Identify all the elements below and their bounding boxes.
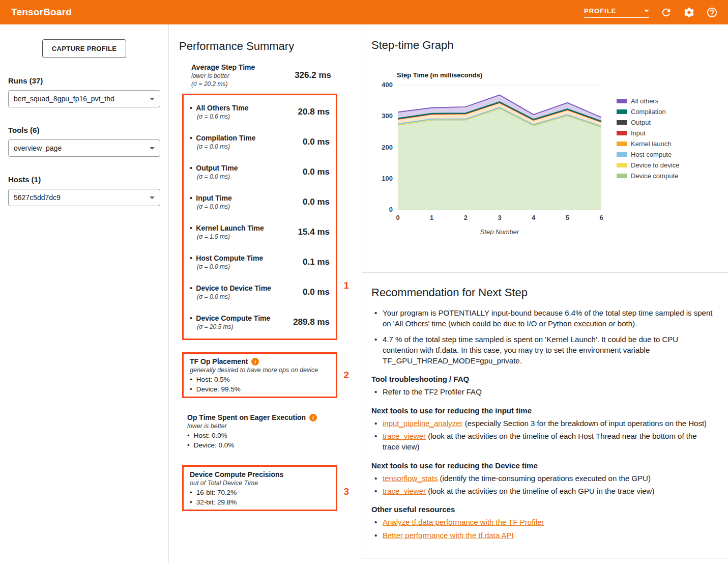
metric-sigma: (σ = 0.0 ms) <box>197 203 299 210</box>
metric-sigma: (σ = 20.2 ms) <box>191 80 295 88</box>
tools-select-value: overview_page <box>14 144 62 152</box>
svg-text:1: 1 <box>430 214 433 221</box>
metric-value: 0.0 ms <box>303 197 330 207</box>
stat-item: 32-bit: 29.8% <box>190 498 330 506</box>
chevron-down-icon <box>150 196 155 199</box>
dashboard-select[interactable]: PROFILE <box>584 7 649 18</box>
refresh-icon[interactable] <box>660 7 672 18</box>
settings-gear-icon[interactable] <box>683 7 695 18</box>
reco-section-heading: Next tools to use for reducing the input… <box>371 406 713 415</box>
metric-label: Average Step Time <box>191 63 295 71</box>
app-title: TensorBoard <box>11 7 72 18</box>
metric-label: Host Compute Time <box>196 254 263 262</box>
section-subtitle: lower is better <box>187 423 337 430</box>
svg-text:4: 4 <box>532 214 536 221</box>
resource-link[interactable]: Better performance with the tf.data API <box>383 531 514 540</box>
svg-text:Step Number: Step Number <box>480 228 519 235</box>
legend-swatch <box>617 99 627 103</box>
metric-value: 15.4 ms <box>298 227 330 237</box>
metric-value: 20.8 ms <box>298 107 330 117</box>
bullet-icon <box>190 193 192 202</box>
reco-item: tensorflow_stats (identify the time-cons… <box>371 473 713 484</box>
tools-select[interactable]: overview_page <box>8 139 160 157</box>
app-bar-actions: PROFILE <box>584 7 718 18</box>
reco-section-heading: Tool troubleshooting / FAQ <box>371 375 713 383</box>
legend-label: Compilation <box>631 108 666 116</box>
tool-link[interactable]: input_pipeline_analyzer <box>383 419 463 428</box>
svg-text:0: 0 <box>389 206 393 213</box>
section-subtitle: generally desired to have more ops on de… <box>190 367 330 374</box>
svg-text:0: 0 <box>396 214 399 221</box>
legend-label: Device compute <box>631 172 678 180</box>
tool-link[interactable]: trace_viewer <box>383 487 426 495</box>
step-time-graph-title: Step-time Graph <box>371 39 728 52</box>
legend-item: Device compute <box>617 171 679 181</box>
metric-label: Input Time <box>196 194 232 202</box>
legend-label: All others <box>631 97 658 105</box>
eager-execution-block: Op Time Spent on Eager Execution lower i… <box>187 413 337 449</box>
stat-item: Device: 99.5% <box>190 385 330 393</box>
metric-label: Device to Device Time <box>196 284 271 292</box>
bullet-icon <box>190 133 192 142</box>
runs-select[interactable]: bert_squad_8gpu_fp16_pvt_thd <box>8 90 160 107</box>
app-bar: TensorBoard PROFILE <box>0 0 728 24</box>
metric-row: All Others Time (σ = 0.6 ms) 20.8 ms <box>189 97 331 127</box>
help-icon[interactable] <box>706 7 718 18</box>
section-title: Op Time Spent on Eager Execution <box>187 413 306 421</box>
chevron-down-icon <box>150 147 155 150</box>
info-icon[interactable] <box>309 414 317 421</box>
reco-section-heading: Next tools to use for reducing the Devic… <box>371 461 713 470</box>
reco-item: trace_viewer (look at the activities on … <box>371 486 713 496</box>
info-icon[interactable] <box>251 358 259 365</box>
metric-row: Host Compute Time (σ = 0.0 ms) 0.1 ms <box>189 247 331 277</box>
metric-row: Device Compute Time (σ = 20.5 ms) 289.8 … <box>189 307 331 337</box>
chevron-down-icon <box>150 98 155 100</box>
metric-sigma: (σ = 0.0 ms) <box>197 293 299 300</box>
recommendation-bullets: Your program is POTENTIALLY input-bound … <box>371 307 713 366</box>
metric-value: 0.0 ms <box>303 137 330 147</box>
legend-label: Device to device <box>631 161 679 169</box>
annotation-number: 1 <box>343 280 349 291</box>
svg-text:300: 300 <box>382 112 393 120</box>
reco-item: Analyze tf.data performance with the TF … <box>371 517 713 527</box>
recommendation-title: Recommendation for Next Step <box>371 286 713 299</box>
bullet-icon <box>190 314 192 322</box>
step-time-chart: 01002003004000123456Step Number <box>371 79 610 235</box>
tf-op-placement-box: 2 TF Op Placement generally desired to h… <box>182 352 337 398</box>
section-title: Device Compute Precisions <box>190 470 283 478</box>
bullet-icon <box>190 254 192 262</box>
hosts-select[interactable]: 5627c5dd7dc9 <box>8 189 160 206</box>
tool-link[interactable]: tensorflow_stats <box>383 474 438 483</box>
legend-item: Device to device <box>617 160 679 171</box>
right-panel: Step-time Graph Step Time (in millisecon… <box>362 24 728 563</box>
dashboard-select-value: PROFILE <box>584 7 616 15</box>
tool-link[interactable]: trace_viewer <box>383 432 426 440</box>
metric-sigma: (σ = 20.5 ms) <box>197 323 289 330</box>
legend-swatch <box>617 109 627 114</box>
metric-note: lower is better <box>191 72 295 79</box>
metric-row: Output Time (σ = 0.0 ms) 0.0 ms <box>189 157 331 187</box>
stat-item: Host: 0.5% <box>190 376 330 383</box>
resource-link[interactable]: Analyze tf.data performance with the TF … <box>383 518 544 526</box>
metric-row: Kernel Launch Time (σ = 1.5 ms) 15.4 ms <box>189 217 331 247</box>
chart-title: Step Time (in milliseconds) <box>397 71 728 79</box>
legend-item: Kernel launch <box>617 138 679 149</box>
svg-text:2: 2 <box>464 214 468 221</box>
bullet-icon <box>190 284 192 292</box>
tensorboard-profile-page: TensorBoard PROFILE CAPTURE PROFILE Runs… <box>0 0 728 563</box>
bullet-icon <box>190 163 192 172</box>
average-step-time-row: Average Step Time lower is better (σ = 2… <box>191 63 331 88</box>
performance-summary-title: Performance Summary <box>179 24 352 53</box>
reco-section-list: Refer to the TF2 Profiler FAQ <box>371 386 713 397</box>
capture-profile-button[interactable]: CAPTURE PROFILE <box>42 39 126 58</box>
stat-item: Host: 0.0% <box>187 432 337 439</box>
svg-text:100: 100 <box>382 175 393 182</box>
legend-swatch <box>617 142 627 146</box>
metric-value: 0.0 ms <box>303 167 330 177</box>
legend-label: Kernel launch <box>631 140 672 148</box>
metric-label: Compilation Time <box>196 134 255 142</box>
svg-text:3: 3 <box>498 214 501 221</box>
device-compute-precisions-box: 3 Device Compute Precisions out of Total… <box>182 465 337 511</box>
metric-sigma: (σ = 0.0 ms) <box>197 263 299 270</box>
metric-label: Output Time <box>196 164 238 172</box>
